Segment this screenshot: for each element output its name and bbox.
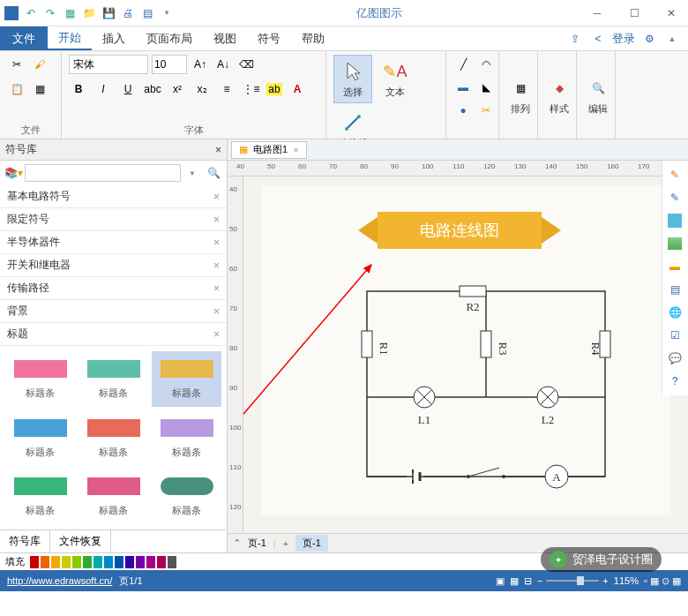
shape-item[interactable]: 标题条 — [5, 351, 75, 407]
fill-icon[interactable] — [664, 210, 685, 231]
font-size-select[interactable] — [152, 55, 187, 74]
color-swatch[interactable] — [51, 556, 60, 568]
sidebar-tab-library[interactable]: 符号库 — [0, 530, 50, 552]
subscript-icon[interactable]: x₂ — [192, 79, 212, 99]
close-button[interactable]: ✕ — [658, 4, 684, 22]
tab-start[interactable]: 开始 — [48, 26, 92, 50]
search-input[interactable] — [25, 164, 181, 182]
task-icon[interactable]: ☑ — [664, 325, 685, 346]
arc-shape-icon[interactable]: ◠ — [476, 55, 496, 74]
zoom-slider[interactable]: − + — [537, 575, 609, 586]
title-banner[interactable]: 电路连线图 — [358, 212, 561, 249]
tab-layout[interactable]: 页面布局 — [136, 26, 203, 50]
new-icon[interactable]: ▦ — [62, 5, 78, 21]
close-icon[interactable]: × — [213, 328, 220, 341]
export-icon[interactable]: ▤ — [139, 5, 155, 21]
maximize-button[interactable]: ☐ — [621, 4, 647, 22]
close-icon[interactable]: × — [213, 305, 220, 318]
zoom-out-icon[interactable]: − — [537, 575, 542, 586]
cut-icon[interactable]: ✂ — [7, 55, 26, 74]
line-shape-icon[interactable]: ╱ — [453, 55, 473, 74]
image-icon[interactable] — [664, 233, 685, 254]
layers-icon[interactable]: ▬ — [664, 256, 685, 277]
line-spacing-icon[interactable]: ≡ — [217, 79, 236, 99]
misc-shape-icon[interactable]: ◣ — [476, 78, 496, 97]
page-add-icon[interactable]: + — [283, 538, 288, 549]
color-swatch[interactable] — [146, 556, 155, 568]
tab-help[interactable]: 帮助 — [291, 26, 335, 50]
font-color-icon[interactable]: A — [288, 79, 307, 99]
tab-symbol[interactable]: 符号 — [247, 26, 291, 50]
color-swatch[interactable] — [83, 556, 92, 568]
bullets-icon[interactable]: ⋮≡ — [242, 79, 261, 99]
undo-icon[interactable]: ↶ — [23, 5, 39, 21]
shape-item[interactable]: 标题条 — [152, 469, 221, 524]
lib-item[interactable]: 标题× — [0, 323, 227, 346]
minimize-button[interactable]: ─ — [584, 4, 610, 22]
color-swatch[interactable] — [62, 556, 71, 568]
shape-item[interactable]: 标题条 — [152, 351, 221, 407]
zoom-value[interactable]: 115% — [614, 575, 639, 586]
color-swatch[interactable] — [136, 556, 145, 568]
lib-item[interactable]: 限定符号× — [0, 208, 227, 231]
page-nav-prev-icon[interactable]: ⌃ — [233, 537, 241, 549]
app-icon[interactable] — [4, 5, 19, 21]
shape-item[interactable]: 标题条 — [79, 469, 148, 524]
login-link[interactable]: 登录 — [612, 31, 635, 47]
zoom-thumb[interactable] — [577, 576, 584, 585]
color-swatch[interactable] — [41, 556, 49, 568]
open-icon[interactable]: 📁 — [81, 5, 97, 21]
color-swatch[interactable] — [72, 556, 81, 568]
save-icon[interactable]: 💾 — [101, 5, 116, 21]
page-nav-left[interactable]: 页-1 — [248, 537, 266, 550]
edit-button[interactable]: 🔍编辑 — [584, 72, 612, 119]
arrange-button[interactable]: ▦排列 — [506, 72, 535, 119]
help-icon[interactable]: ? — [664, 371, 685, 392]
style-button[interactable]: ◆样式 — [545, 72, 573, 119]
color-swatch[interactable] — [30, 556, 39, 568]
print-icon[interactable]: 🖨 — [120, 5, 136, 21]
color-swatch[interactable] — [115, 556, 123, 568]
italic-icon[interactable]: I — [93, 79, 113, 99]
close-icon[interactable]: × — [293, 145, 298, 155]
pages-icon[interactable]: ▤ — [664, 279, 685, 300]
sidebar-tab-recovery[interactable]: 文件恢复 — [50, 530, 111, 552]
tab-view[interactable]: 视图 — [203, 26, 247, 50]
export-share-icon[interactable]: ⇪ — [566, 30, 584, 48]
superscript-icon[interactable]: x² — [168, 79, 187, 99]
view-icon[interactable]: ▣ — [496, 575, 505, 587]
color-swatch[interactable] — [93, 556, 102, 568]
close-icon[interactable]: × — [213, 282, 220, 295]
tab-insert[interactable]: 插入 — [92, 26, 136, 50]
status-extra-icons[interactable]: ▫ ▦ ⊙ ▦ — [644, 575, 681, 587]
tab-file[interactable]: 文件 — [0, 26, 48, 50]
paste-icon[interactable]: 📋 — [7, 79, 26, 99]
color-swatch[interactable] — [125, 556, 134, 568]
sidebar-pin-icon[interactable]: × — [215, 144, 221, 156]
close-icon[interactable]: × — [213, 237, 220, 249]
crop-icon[interactable]: ✂ — [476, 101, 496, 120]
zoom-track[interactable] — [546, 580, 599, 582]
library-dropdown-icon[interactable]: 📚▾ — [4, 163, 23, 183]
shape-item[interactable]: 标题条 — [152, 410, 221, 466]
circuit-diagram[interactable]: R1 R2 R3 R4 — [358, 282, 614, 503]
search-icon[interactable]: 🔍 — [204, 163, 223, 183]
canvas[interactable]: 电路连线图 R1 — [243, 177, 688, 533]
shape-item[interactable]: 标题条 — [79, 410, 148, 466]
shape-item[interactable]: 标题条 — [5, 469, 75, 524]
clear-format-icon[interactable]: ⌫ — [236, 55, 256, 74]
close-icon[interactable]: × — [213, 214, 220, 226]
qat-dropdown-icon[interactable]: ▼ — [159, 5, 175, 21]
fit-icon[interactable]: ⊟ — [524, 575, 532, 587]
bold-icon[interactable]: B — [69, 79, 88, 99]
close-icon[interactable]: × — [213, 259, 220, 272]
lib-item[interactable]: 基本电路符号× — [0, 185, 227, 208]
decrease-font-icon[interactable]: A↓ — [213, 55, 233, 74]
text-tool[interactable]: ✎A 文本 — [376, 56, 415, 102]
share-icon[interactable]: < — [589, 30, 607, 48]
highlight-icon[interactable]: ab — [266, 83, 282, 95]
color-swatch[interactable] — [157, 556, 166, 568]
increase-font-icon[interactable]: A↑ — [191, 55, 210, 74]
zoom-in-icon[interactable]: + — [602, 575, 608, 586]
lib-item[interactable]: 开关和继电器× — [0, 254, 227, 277]
